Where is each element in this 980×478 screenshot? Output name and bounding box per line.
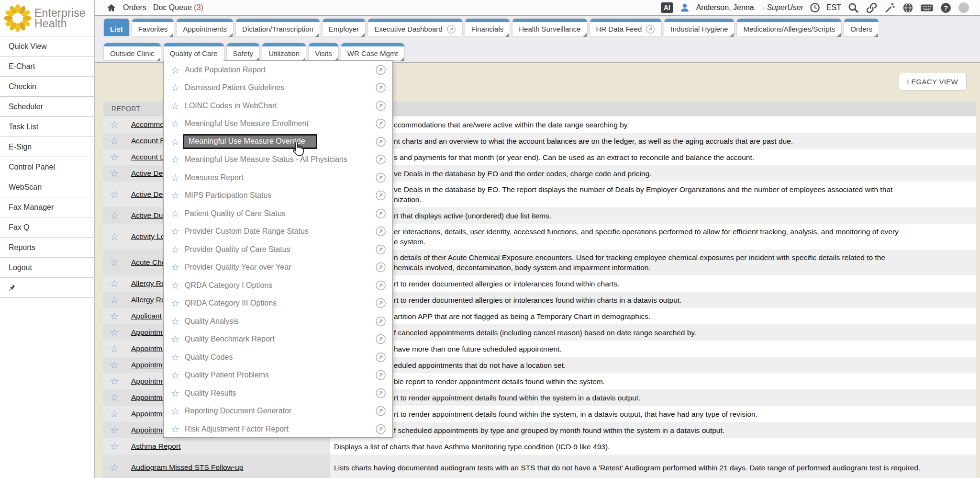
favorite-star-icon[interactable]: ☆ (109, 409, 120, 419)
sidebar-item-webscan[interactable]: WebScan (0, 177, 94, 197)
tab-outside-clinic[interactable]: Outside Clinic (104, 43, 161, 60)
open-new-window-icon[interactable] (446, 24, 456, 34)
menu-item-audit-population-report[interactable]: ☆Audit Population Report (164, 61, 392, 79)
favorite-star-icon[interactable]: ☆ (109, 258, 120, 267)
favorite-star-icon[interactable]: ☆ (170, 119, 180, 128)
favorite-star-icon[interactable]: ☆ (170, 334, 180, 344)
favorite-star-icon[interactable]: ☆ (109, 376, 120, 386)
sidebar-item-checkin[interactable]: Checkin (0, 77, 94, 97)
open-new-window-icon[interactable] (375, 352, 386, 363)
tab-orders[interactable]: Orders (844, 19, 879, 36)
help-icon[interactable]: ? (940, 2, 952, 14)
tab-executive-dashboard[interactable]: Executive Dashboard (368, 19, 462, 36)
report-link-account-e[interactable]: Account E (131, 137, 165, 145)
menu-item-risk-adjustment-factor-report[interactable]: ☆Risk Adjustment Factor Report (164, 420, 392, 438)
favorite-star-icon[interactable]: ☆ (109, 190, 120, 199)
sidebar-pin-row[interactable] (0, 278, 94, 298)
report-link-audiogram-missed-sts-follow-up[interactable]: Audiogram Missed STS Follow-up (131, 463, 243, 472)
open-new-window-icon[interactable] (375, 423, 386, 434)
menu-item-qrda-category-iii-options[interactable]: ☆QRDA Category III Options (164, 295, 392, 313)
favorite-star-icon[interactable]: ☆ (170, 101, 180, 111)
favorite-star-icon[interactable]: ☆ (109, 311, 120, 321)
tab-wr-case-mgmt[interactable]: WR Case Mgmt (341, 43, 404, 60)
favorite-star-icon[interactable]: ☆ (109, 295, 120, 305)
favorite-star-icon[interactable]: ☆ (109, 442, 120, 451)
tab-medications-allergies-scripts[interactable]: Medications/Allergies/Scripts (737, 19, 841, 36)
favorite-star-icon[interactable]: ☆ (170, 370, 180, 380)
open-new-window-icon[interactable] (646, 24, 655, 34)
menu-item-provider-custom-date-range-status[interactable]: ☆Provider Custom Date Range Status (164, 223, 392, 241)
report-link-appointme[interactable]: Appointme (131, 410, 167, 418)
open-new-window-icon[interactable] (375, 387, 386, 398)
sidebar-item-e-chart[interactable]: E-Chart (0, 57, 94, 77)
timezone-label[interactable]: EST (826, 3, 841, 12)
favorite-star-icon[interactable]: ☆ (170, 262, 180, 272)
open-new-window-icon[interactable] (375, 100, 386, 111)
tab-industrial-hygiene[interactable]: Industrial Hygiene (664, 19, 734, 36)
clock-icon[interactable] (810, 2, 820, 13)
globe-icon[interactable] (902, 2, 914, 14)
report-link-acute-che[interactable]: Acute Che (131, 258, 166, 267)
favorite-star-icon[interactable]: ☆ (109, 279, 120, 288)
favorite-star-icon[interactable]: ☆ (170, 83, 180, 92)
keyboard-icon[interactable] (920, 2, 934, 14)
report-link-applicant[interactable]: Applicant (131, 312, 162, 320)
open-new-window-icon[interactable] (375, 136, 386, 147)
sidebar-item-e-sign[interactable]: E-Sign (0, 137, 94, 157)
menu-item-dismissed-patient-guidelines[interactable]: ☆Dismissed Patient Guidelines (164, 79, 392, 97)
tab-favorites[interactable]: Favorites (132, 19, 174, 36)
open-new-window-icon[interactable] (375, 208, 386, 219)
report-link-active-de[interactable]: Active De (131, 190, 163, 199)
menu-item-meaningful-use-measure-enrollment[interactable]: ☆Meaningful Use Measure Enrollment (164, 115, 392, 133)
sidebar-item-fax-manager[interactable]: Fax Manager (0, 197, 94, 217)
user-avatar-icon[interactable] (679, 2, 690, 13)
open-new-window-icon[interactable] (375, 370, 386, 381)
open-new-window-icon[interactable] (375, 262, 386, 273)
report-link-accommo[interactable]: Accommo (131, 120, 164, 129)
favorite-star-icon[interactable]: ☆ (170, 353, 180, 362)
favorite-star-icon[interactable]: ☆ (109, 211, 120, 220)
open-new-window-icon[interactable] (375, 64, 386, 75)
legacy-view-button[interactable]: LEGACY VIEW (899, 73, 967, 91)
favorite-star-icon[interactable]: ☆ (170, 137, 180, 147)
menu-item-mips-participation-status[interactable]: ☆MIPS Participation Status (164, 187, 392, 205)
report-link-active-du[interactable]: Active Du (131, 211, 163, 220)
menu-item-meaningful-use-measure-status-all-physicians[interactable]: ☆Meaningful Use Measure Status - All Phy… (164, 151, 392, 169)
favorite-star-icon[interactable]: ☆ (170, 298, 180, 308)
menu-item-quality-analysis[interactable]: ☆Quality Analysis (164, 312, 392, 330)
open-new-window-icon[interactable] (375, 154, 386, 165)
sidebar-item-task-list[interactable]: Task List (0, 117, 94, 137)
open-new-window-icon[interactable] (375, 118, 386, 129)
open-new-window-icon[interactable] (375, 316, 386, 327)
tab-dictation-transcription[interactable]: Dictation/Transcription (236, 19, 320, 36)
favorite-star-icon[interactable]: ☆ (170, 317, 180, 326)
tab-employer[interactable]: Employer (323, 19, 365, 36)
report-link-appointme[interactable]: Appointme (131, 344, 167, 353)
user-name[interactable]: Anderson, Jenna (696, 3, 754, 12)
home-icon[interactable] (106, 3, 116, 13)
tab-financials[interactable]: Financials (465, 19, 510, 36)
tab-health-surveillance[interactable]: Health Surveillance (512, 19, 587, 36)
status-circle-icon[interactable] (958, 2, 969, 13)
favorite-star-icon[interactable]: ☆ (170, 281, 180, 290)
favorite-star-icon[interactable]: ☆ (109, 360, 120, 370)
favorite-star-icon[interactable]: ☆ (109, 393, 120, 402)
menu-item-provider-quality-year-over-year[interactable]: ☆Provider Quality Year over Year (164, 259, 392, 277)
tab-utilization[interactable]: Utilization (262, 43, 306, 60)
ai-assistant-button[interactable]: AI (661, 2, 673, 13)
favorite-star-icon[interactable]: ☆ (170, 406, 180, 416)
search-icon[interactable] (847, 2, 859, 14)
open-new-window-icon[interactable] (375, 190, 386, 201)
report-link-appointme[interactable]: Appointme (131, 361, 167, 369)
menu-item-reporting-document-generator[interactable]: ☆Reporting Document Generator (164, 402, 392, 421)
sidebar-item-scheduler[interactable]: Scheduler (0, 97, 94, 117)
favorite-star-icon[interactable]: ☆ (170, 155, 180, 164)
menu-item-qrda-category-i-options[interactable]: ☆QRDA Category I Options (164, 276, 392, 295)
open-new-window-icon[interactable] (375, 226, 386, 237)
favorite-star-icon[interactable]: ☆ (170, 191, 180, 200)
tab-visits[interactable]: Visits (309, 43, 338, 60)
tab-safety[interactable]: Safety (227, 43, 260, 60)
favorite-star-icon[interactable]: ☆ (109, 425, 120, 435)
favorite-star-icon[interactable]: ☆ (109, 328, 120, 337)
favorite-star-icon[interactable]: ☆ (109, 232, 120, 241)
